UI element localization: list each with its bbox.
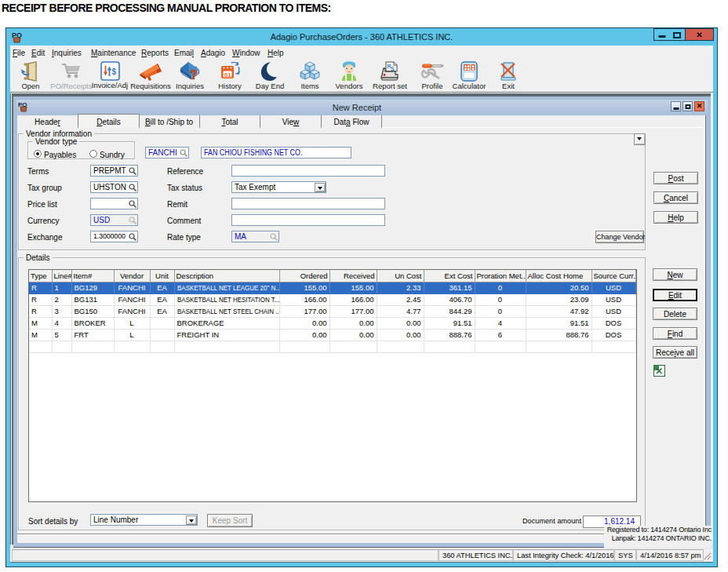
svg-text:?: ?: [190, 68, 198, 82]
svg-text:S: S: [391, 66, 395, 71]
svg-text:$: $: [111, 67, 116, 76]
svg-text:01: 01: [224, 71, 231, 78]
